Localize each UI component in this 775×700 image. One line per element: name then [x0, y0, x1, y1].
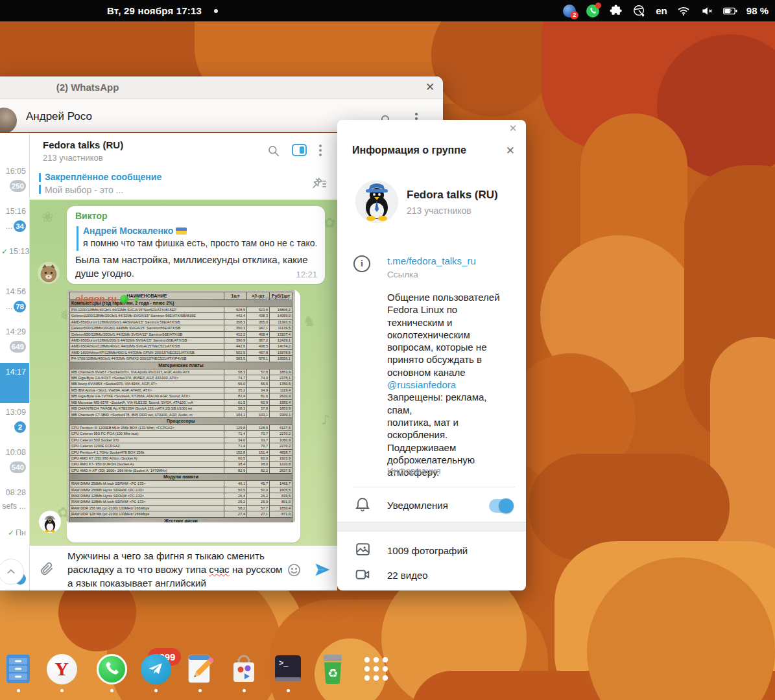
- message-time: 12:21: [296, 270, 317, 279]
- message-bubble-olegon[interactable]: olegon.ru Ответить НАИМЕНОВАНИЕ1шт>2 штР…: [67, 290, 300, 542]
- volume-muted-icon[interactable]: [700, 4, 714, 18]
- pricelist-row: Celeron500/128Mb/20Gb/1.44/8Mb SVGA/15" …: [70, 325, 292, 331]
- chat-menu-icon[interactable]: [319, 145, 322, 147]
- group-info-window: ✕ Информация о группе ✕ Fedora talks (RU…: [337, 120, 526, 590]
- whatsapp-contact-name[interactable]: Андрей Росо: [26, 110, 92, 123]
- clock[interactable]: Вт, 29 ноября 17:13: [107, 0, 202, 21]
- whatsapp-title-bar[interactable]: (2) WhatsApp ✕: [0, 76, 443, 99]
- search-icon[interactable]: [267, 145, 280, 158]
- pricelist-row: RAM DDR 128 Mb (pc-2100) 133MHz/ 266Mbps…: [70, 511, 292, 517]
- pinned-indicator: [39, 185, 41, 194]
- doodle-glyph: ❀: [42, 209, 53, 225]
- description-mention-link[interactable]: @russianfedora: [387, 379, 514, 391]
- photos-icon: [355, 541, 371, 557]
- running-indicator-dot: [198, 689, 202, 692]
- indicator-disabled-icon[interactable]: [632, 4, 647, 18]
- battery-percentage[interactable]: 98 %: [746, 5, 769, 16]
- chat-canvas: ❀☂♪✿❅☘✉♞✈❀☂♪✿❅ Виктор Андрей Москаленко …: [30, 200, 337, 546]
- dock-item-terminal[interactable]: >_: [272, 653, 304, 684]
- running-indicator-dot: [110, 689, 113, 692]
- reply-text[interactable]: я помню что там фишка есть, просто там о…: [83, 238, 316, 248]
- pricelist-row: MB Chaintech 6Via5T <Socket370>, VIA Apo…: [70, 369, 292, 375]
- green-circle-emoji: [120, 295, 128, 303]
- dock-item-whatsapp[interactable]: [96, 653, 127, 684]
- dock-item-telegram[interactable]: [140, 653, 171, 684]
- battery-charging-icon[interactable]: [723, 4, 737, 18]
- reply-action-button[interactable]: Ответить: [254, 294, 292, 305]
- chat-time: ✓15:13: [1, 247, 26, 256]
- toggle-sidebar-icon[interactable]: [292, 144, 307, 156]
- chat-list-row[interactable]: ✓15:13: [0, 242, 29, 283]
- chat-list-row[interactable]: 08:28sefs ...: [0, 484, 29, 524]
- notifications-toggle[interactable]: [489, 499, 514, 513]
- pricelist-row: MB Giga-Byte GA-7VTXE <SocketA, KT266A, …: [70, 393, 292, 399]
- wifi-icon[interactable]: [676, 4, 691, 18]
- pinned-message-bar[interactable]: Закреплённое сообщение Мой выбор - это .…: [30, 168, 337, 200]
- pin-list-icon[interactable]: [311, 177, 327, 190]
- message-author[interactable]: olegon.ru: [75, 294, 139, 304]
- chat-list-row[interactable]: 14:29649: [0, 323, 29, 363]
- dock-item-yandex-browser[interactable]: Y: [46, 653, 77, 684]
- chat-list-row[interactable]: 13:092: [0, 403, 29, 443]
- dock-item-trash[interactable]: ♻: [317, 653, 348, 684]
- top-bar: Вт, 29 ноября 17:13 2 en: [0, 0, 775, 21]
- unread-badge: 2: [14, 421, 26, 433]
- pricelist-row: RAM DIMM 256Mb Hynix SDRAM <PC-133>50,55…: [70, 487, 292, 493]
- message-photo-pricelist[interactable]: НАИМЕНОВАНИЕ1шт>2 штРуб/1штКомпьютеры (г…: [67, 290, 295, 522]
- chat-header[interactable]: Fedora talks (RU) 213 участников: [30, 133, 337, 168]
- attach-icon[interactable]: [39, 561, 54, 577]
- chat-list-row[interactable]: 10:08540: [0, 443, 29, 484]
- terminal-icon: >_: [272, 653, 304, 684]
- svg-text:>_: >_: [279, 659, 289, 668]
- info-icon: i: [353, 255, 370, 272]
- send-button[interactable]: [314, 561, 331, 578]
- notifications-label: Уведомления: [387, 500, 448, 511]
- pricelist-row: CPU Celeron 1200E FCPGA271,470,72270,2: [70, 443, 292, 449]
- chat-list-row[interactable]: ✓Пн: [0, 524, 29, 564]
- avatar-viktor[interactable]: [38, 262, 60, 284]
- group-link[interactable]: t.me/fedora_talks_ru: [387, 255, 476, 266]
- message-bubble-viktor[interactable]: Виктор Андрей Москаленко я помню что там…: [67, 206, 325, 284]
- info-window-close-button[interactable]: ✕: [506, 121, 520, 135]
- group-description: Общение пользователейFedora Linux потехн…: [387, 291, 514, 478]
- chat-preview: ...: [6, 222, 12, 231]
- whatsapp-tray-icon[interactable]: [586, 4, 600, 18]
- composer-input[interactable]: Мужчины а чего за фигня я тыкаю сменить …: [67, 549, 287, 590]
- pinned-label: Закреплённое сообщение: [45, 172, 161, 182]
- emoji-icon[interactable]: [287, 563, 302, 578]
- whatsapp-contact-avatar[interactable]: [0, 108, 17, 132]
- dock-item-software[interactable]: [228, 653, 259, 684]
- chat-list-row[interactable]: 15:16...34: [0, 202, 29, 242]
- dock-item-text-editor[interactable]: [184, 653, 215, 684]
- message-author[interactable]: Виктор: [75, 211, 108, 221]
- extension-puzzle-icon[interactable]: [609, 4, 623, 18]
- dock: Y9299>_♻: [0, 642, 775, 700]
- running-indicator-dot: [243, 689, 246, 692]
- chat-subtitle: 213 участников: [43, 153, 103, 163]
- software-icon: [228, 653, 259, 684]
- pinned-preview: Мой выбор - это ...: [45, 185, 291, 195]
- description-line: оскорбления.: [387, 428, 514, 441]
- dock-item-app-grid[interactable]: [361, 653, 392, 684]
- photos-count-label[interactable]: 1009 фотографий: [387, 545, 468, 556]
- pricelist-row: CPU AMD K7- 950 DURON (Socket A)38,438,0…: [70, 461, 292, 467]
- message-composer: Мужчины а чего за фигня я тыкаю сменить …: [30, 546, 337, 590]
- whatsapp-menu-icon[interactable]: [415, 113, 418, 115]
- browser-unread-badge: 2: [570, 11, 578, 19]
- chat-list-row[interactable]: 16:05250: [0, 162, 29, 202]
- browser-tray-icon[interactable]: 2: [562, 4, 577, 18]
- reply-author[interactable]: Андрей Москаленко: [83, 226, 187, 236]
- chat-list-row[interactable]: 14:17: [0, 363, 29, 403]
- keyboard-layout-indicator[interactable]: en: [656, 5, 667, 16]
- chat-time: 14:56: [1, 287, 26, 296]
- group-avatar[interactable]: [355, 180, 398, 223]
- chat-time: ✓Пн: [1, 528, 26, 537]
- videos-count-label[interactable]: 22 видео: [387, 570, 428, 581]
- group-link-label: Ссылка: [387, 270, 418, 279]
- avatar-olegon[interactable]: [39, 511, 61, 533]
- chat-list-row[interactable]: 14:56...78: [0, 283, 29, 323]
- dock-item-files[interactable]: [3, 653, 34, 684]
- whatsapp-close-button[interactable]: ✕: [422, 80, 438, 95]
- description-line: Общение пользователей: [387, 291, 514, 303]
- info-panel-close-icon[interactable]: ✕: [506, 144, 515, 158]
